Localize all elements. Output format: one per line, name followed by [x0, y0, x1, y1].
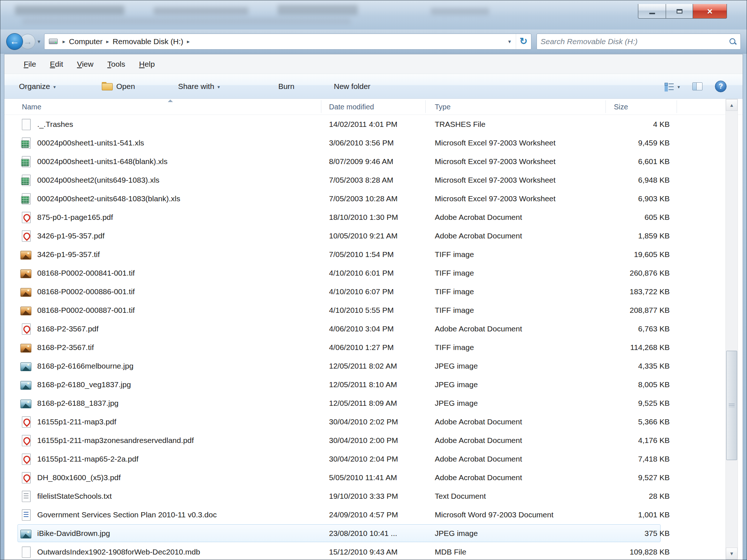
jpeg-file-icon [20, 362, 31, 371]
nav-history-chevron-icon[interactable]: ▾ [38, 38, 40, 45]
date-modified-cell: 3/06/2010 3:56 PM [329, 133, 394, 152]
file-row[interactable]: filelistStateSchools.txt 19/10/2010 3:33… [4, 487, 725, 505]
column-header-type[interactable]: Type [435, 99, 450, 115]
back-arrow-icon: ← [10, 36, 19, 47]
breadcrumb-chevron-icon[interactable]: ▸ [183, 38, 194, 45]
file-row[interactable]: 3426-p1-95-357.tif 7/05/2010 1:54 PM TIF… [4, 245, 725, 264]
title-bar[interactable]: × [0, 0, 747, 30]
organize-button[interactable]: Organize ▾ [19, 82, 56, 91]
type-cell: TIFF image [435, 264, 474, 282]
file-name-cell: OutwardsIndex1902-1908forWeb-Dec2010.mdb [37, 542, 200, 560]
pdf-file-icon [20, 453, 32, 465]
file-name-cell: 00024p00sheet2(units649-1083).xls [37, 171, 159, 189]
refresh-button[interactable]: ↻ [516, 34, 531, 49]
size-cell: 5,366 KB [573, 412, 670, 431]
size-cell: 19,605 KB [573, 245, 670, 264]
file-row[interactable]: ._.Trashes 14/02/2011 4:01 PM TRASHES Fi… [4, 115, 725, 133]
file-row[interactable]: 08168-P0002-000887-001.tif 4/10/2010 5:5… [4, 301, 725, 319]
sort-ascending-icon [168, 100, 173, 102]
column-divider[interactable] [321, 100, 321, 113]
file-row[interactable]: 08168-P0002-000841-001.tif 4/10/2010 6:0… [4, 264, 725, 282]
file-name-cell: 8168-P2-3567.tif [37, 338, 94, 357]
file-row[interactable]: DH_800x1600_(x5)3.pdf 5/05/2010 11:41 AM… [4, 468, 725, 487]
file-name-cell: 8168-P2-3567.pdf [37, 319, 98, 338]
file-row[interactable]: 16155p1-211-map3.pdf 30/04/2010 2:02 PM … [4, 412, 725, 431]
type-cell: Microsoft Excel 97-2003 Worksheet [435, 189, 556, 208]
search-icon[interactable] [729, 38, 737, 46]
file-row[interactable]: 16155p1-211-map65-2-2a.pdf 30/04/2010 2:… [4, 450, 725, 468]
file-row[interactable]: 00024p00sheet2(units649-1083).xls 7/05/2… [4, 171, 725, 189]
file-row[interactable]: 8168-P2-3567.tif 4/06/2010 1:27 PM TIFF … [4, 338, 725, 357]
excel-file-icon [20, 192, 32, 205]
chevron-down-icon: ▾ [677, 84, 680, 90]
file-row[interactable]: 00024p00sheet2-units648-1083(blank).xls … [4, 189, 725, 208]
type-cell: Adobe Acrobat Document [435, 319, 522, 338]
type-cell: Microsoft Excel 97-2003 Worksheet [435, 133, 556, 152]
type-cell: JPEG image [435, 524, 478, 542]
file-row[interactable]: 00024p00sheet1-units1-541.xls 3/06/2010 … [4, 133, 725, 152]
scrollbar-down-button[interactable]: ▼ [726, 548, 738, 559]
address-dropdown-button[interactable]: ▾ [503, 34, 516, 49]
menu-item-edit[interactable]: Edit [43, 60, 70, 69]
chevron-down-icon: ▾ [53, 84, 56, 90]
column-divider[interactable] [677, 100, 677, 113]
txt-file-icon [20, 490, 32, 502]
back-button[interactable]: ← [6, 33, 23, 50]
minimize-button[interactable] [638, 4, 666, 19]
breadcrumb-computer[interactable]: Computer [69, 37, 102, 46]
file-row[interactable]: OutwardsIndex1902-1908forWeb-Dec2010.mdb… [4, 542, 725, 560]
menu-item-view[interactable]: View [70, 60, 100, 69]
column-headers: Name Date modified Type Size [4, 99, 743, 115]
scrollbar-thumb[interactable] [726, 351, 737, 460]
menu-item-tools[interactable]: Tools [100, 60, 132, 69]
column-divider[interactable] [605, 100, 606, 113]
open-button[interactable]: Open [102, 82, 135, 91]
column-header-size[interactable]: Size [614, 99, 628, 115]
preview-pane-icon [692, 82, 703, 90]
breadcrumb-removable-disk[interactable]: Removable Disk (H:) [113, 37, 183, 46]
close-button[interactable]: × [693, 4, 727, 19]
burn-button[interactable]: Burn [278, 82, 294, 91]
file-row[interactable]: 3426-p1-95-357.pdf 10/05/2010 9:21 AM Ad… [4, 226, 725, 245]
search-box[interactable] [537, 34, 741, 50]
share-with-button[interactable]: Share with ▾ [178, 82, 220, 91]
search-input[interactable] [541, 37, 726, 46]
glass-reflection [15, 5, 124, 15]
file-row[interactable]: 16155p1-211-map3zonesandreservedland.pdf… [4, 431, 725, 450]
open-folder-icon [102, 82, 113, 90]
size-cell: 183,722 KB [573, 282, 670, 301]
change-view-icon [665, 82, 674, 90]
file-row[interactable]: 00024p00sheet1-units1-648(blank).xls 8/0… [4, 152, 725, 171]
help-button[interactable]: ? [715, 81, 727, 92]
menu-item-file[interactable]: File [17, 60, 43, 69]
address-bar[interactable]: ▸ Computer ▸ Removable Disk (H:) ▸ ▾ ↻ [44, 34, 531, 50]
size-cell: 6,903 KB [573, 189, 670, 208]
change-view-button[interactable]: ▾ [665, 82, 680, 90]
column-header-date-modified[interactable]: Date modified [329, 99, 374, 115]
column-header-name[interactable]: Name [22, 99, 41, 115]
pdf-file-icon [20, 323, 32, 335]
scrollbar-up-button[interactable]: ▲ [726, 99, 738, 111]
type-cell: Microsoft Excel 97-2003 Worksheet [435, 171, 556, 189]
file-row[interactable]: 8168-p2-6166melbourne.jpg 12/05/2011 8:0… [4, 357, 725, 375]
new-folder-button[interactable]: New folder [334, 82, 370, 91]
breadcrumb-chevron-icon[interactable]: ▸ [59, 38, 69, 45]
maximize-button[interactable] [666, 4, 693, 19]
date-modified-cell: 10/05/2010 9:21 AM [329, 226, 398, 245]
file-row[interactable]: 875-p0-1-page165.pdf 18/10/2010 1:30 PM … [4, 208, 725, 226]
date-modified-cell: 19/10/2010 3:33 PM [329, 487, 398, 505]
menu-item-help[interactable]: Help [132, 60, 162, 69]
size-cell: 4,335 KB [573, 357, 670, 375]
preview-pane-button[interactable] [692, 82, 703, 90]
file-row[interactable]: 8168-p2-6180_veg1837.jpg 12/05/2011 8:10… [4, 375, 725, 394]
file-row[interactable]: 8168-P2-3567.pdf 4/06/2010 3:04 PM Adobe… [4, 319, 725, 338]
column-divider[interactable] [425, 100, 426, 113]
file-name-cell: 8168-p2-6166melbourne.jpg [37, 357, 133, 375]
tiff-file-icon [20, 288, 31, 297]
file-row[interactable]: iBike-DavidBrown.jpg 23/08/2010 10:41 ..… [4, 524, 725, 542]
file-row[interactable]: 8168-p2-6188_1837.jpg 12/05/2011 8:09 AM… [4, 394, 725, 412]
file-row[interactable]: Government Services Section Plan 2010-11… [4, 505, 725, 524]
breadcrumb-chevron-icon[interactable]: ▸ [102, 38, 113, 45]
file-row[interactable]: 08168-P0002-000886-001.tif 4/10/2010 6:0… [4, 282, 725, 301]
vertical-scrollbar[interactable]: ▲ ▼ [725, 99, 738, 560]
